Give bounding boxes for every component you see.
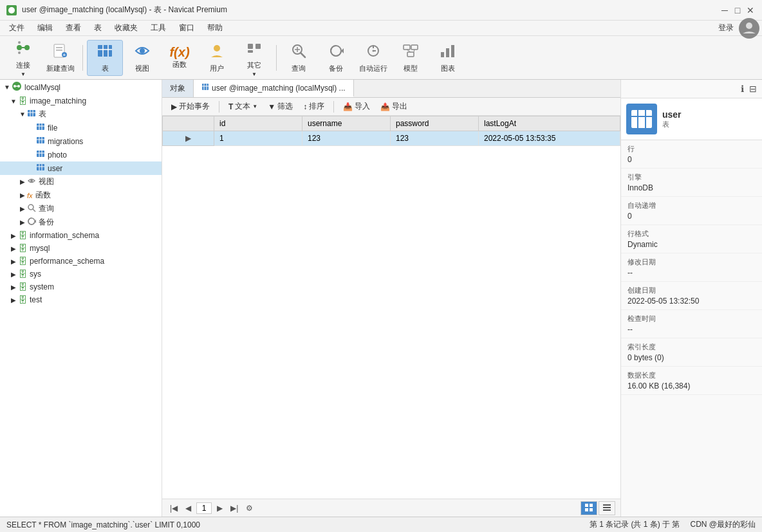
minimize-button[interactable]: ─ <box>720 5 730 15</box>
toolbar-autorun-button[interactable]: 自动运行 <box>355 40 391 76</box>
sidebar-item-views[interactable]: ▶ 视图 <box>0 175 162 188</box>
maximize-button[interactable]: □ <box>732 5 743 15</box>
mysql-label: mysql <box>30 244 50 253</box>
view-toggle <box>581 501 615 515</box>
rp-modified-value: -- <box>627 268 756 277</box>
nav-settings-button[interactable]: ⚙ <box>243 503 256 513</box>
chart-label: 图表 <box>441 64 455 73</box>
svg-rect-51 <box>37 137 44 143</box>
toolbar-right: 登录 <box>718 18 759 39</box>
menu-file[interactable]: 文件 <box>3 21 31 35</box>
toolbar-sep1 <box>82 45 83 71</box>
sidebar-item-migrations[interactable]: ▶ migrations <box>0 134 162 148</box>
toolbar-view-button[interactable]: 视图 <box>124 40 160 76</box>
sidebar-item-sys[interactable]: ▶ 🗄 sys <box>0 268 162 280</box>
col-password-header[interactable]: password <box>391 116 479 131</box>
close-button[interactable]: ✕ <box>745 5 756 15</box>
menu-edit[interactable]: 编辑 <box>31 21 59 35</box>
cell-lastlogat[interactable]: 2022-05-05 13:53:35 <box>479 131 620 146</box>
sidebar-item-tables[interactable]: ▼ 表 <box>0 107 162 121</box>
sidebar-item-file[interactable]: ▶ file <box>0 121 162 134</box>
svg-point-30 <box>373 50 375 52</box>
cell-username[interactable]: 123 <box>302 131 391 146</box>
toolbar-newquery-button[interactable]: + 新建查询 <box>42 40 79 76</box>
rp-checktime-label: 检查时间 <box>627 314 756 324</box>
toolbar-connect-button[interactable]: 连接 ▼ <box>5 40 41 76</box>
menu-favorites[interactable]: 收藏夹 <box>108 21 144 35</box>
sidebar-item-queries[interactable]: ▶ 查询 <box>0 202 162 216</box>
rp-prop-checktime: 检查时间 -- <box>621 310 762 338</box>
tab-objects[interactable]: 对象 <box>162 80 194 97</box>
svg-point-3 <box>24 45 30 50</box>
rp-collapse-button[interactable]: ⊟ <box>747 82 759 95</box>
menu-window[interactable]: 窗口 <box>172 21 201 35</box>
sidebar-item-system[interactable]: ▶ 🗄 system <box>0 280 162 293</box>
queries-icon <box>27 203 36 214</box>
expand-placeholder: ▶ <box>9 258 18 265</box>
import-label: 导入 <box>355 101 370 112</box>
menu-tools[interactable]: 工具 <box>144 21 172 35</box>
menu-view[interactable]: 查看 <box>59 21 88 35</box>
user-label: 用户 <box>210 64 224 73</box>
right-panel-info: user 表 <box>662 109 682 129</box>
page-number[interactable]: 1 <box>196 502 212 514</box>
window-controls[interactable]: ─ □ ✕ <box>720 5 756 15</box>
sidebar-item-backups[interactable]: ▶ 备份 <box>0 216 162 229</box>
cell-id[interactable]: 1 <box>214 131 302 146</box>
export-button[interactable]: 📤 导出 <box>376 100 411 113</box>
toolbar-chart-button[interactable]: 图表 <box>430 40 466 76</box>
col-lastlogat-header[interactable]: lastLogAt <box>479 116 620 131</box>
toolbar-user-button[interactable]: 用户 <box>199 40 235 76</box>
sidebar-item-performance-schema[interactable]: ▶ 🗄 performance_schema <box>0 255 162 268</box>
sidebar-item-user[interactable]: ▶ user <box>0 161 162 175</box>
toolbar-function-button[interactable]: f(x) 函数 <box>162 40 198 76</box>
nav-last-button[interactable]: ▶| <box>228 503 241 513</box>
toolbar-model-button[interactable]: 模型 <box>393 40 429 76</box>
begin-transaction-button[interactable]: ▶ 开始事务 <box>167 100 214 113</box>
form-view-button[interactable] <box>599 501 615 515</box>
login-button[interactable]: 登录 <box>718 23 734 33</box>
connect-icon <box>14 39 32 59</box>
sidebar-item-mysql[interactable]: ▶ 🗄 mysql <box>0 242 162 255</box>
cell-password[interactable]: 123 <box>391 131 479 146</box>
rp-created-value: 2022-05-05 13:32:50 <box>627 297 756 306</box>
nav-first-button[interactable]: |◀ <box>167 503 180 513</box>
tab-user-table[interactable]: user @image_matching (localMysql) ... <box>194 80 354 97</box>
rp-info-button[interactable]: ℹ <box>738 82 747 95</box>
toolbar-query-button[interactable]: 查询 <box>281 40 317 76</box>
text-button[interactable]: T 文本 ▼ <box>225 100 261 113</box>
svg-point-17 <box>214 45 220 51</box>
col-username-header[interactable]: username <box>302 116 391 131</box>
svg-rect-72 <box>585 504 588 507</box>
toolbar-backup-button[interactable]: 备份 <box>318 40 354 76</box>
sidebar-item-localmysql[interactable]: ▼ localMysql <box>0 80 162 95</box>
svg-rect-18 <box>248 44 253 49</box>
sidebar-item-photo[interactable]: ▶ photo <box>0 148 162 161</box>
nav-next-button[interactable]: ▶ <box>214 503 225 513</box>
col-id-header[interactable]: id <box>214 116 302 131</box>
sidebar-item-information-schema[interactable]: ▶ 🗄 information_schema <box>0 229 162 242</box>
rp-rows-value: 0 <box>627 155 756 164</box>
toolbar-other-button[interactable]: 其它 ▼ <box>236 40 272 76</box>
menu-table[interactable]: 表 <box>88 21 108 35</box>
view-label: 视图 <box>135 64 149 73</box>
filter-button[interactable]: ▼ 筛选 <box>264 100 297 113</box>
toolbar-table-button[interactable]: 表 <box>87 40 123 76</box>
table-photo-icon <box>36 149 45 160</box>
expand-arrow: ▼ <box>9 98 18 105</box>
sidebar-item-functions[interactable]: ▶ fx 函数 <box>0 188 162 202</box>
nav-prev-button[interactable]: ◀ <box>183 503 194 513</box>
table-row[interactable]: ▶ 1 123 123 2022-05-05 13:53:35 <box>163 131 620 146</box>
sidebar-item-test[interactable]: ▶ 🗄 test <box>0 293 162 306</box>
import-button[interactable]: 📥 导入 <box>339 100 374 113</box>
sort-button[interactable]: ↕ 排序 <box>299 100 328 113</box>
main-toolbar: 连接 ▼ + 新建查询 表 <box>0 36 762 80</box>
expand-arrow: ▶ <box>18 205 27 212</box>
grid-view-button[interactable] <box>581 501 597 515</box>
svg-point-0 <box>8 7 15 14</box>
sidebar-item-image-matching[interactable]: ▼ 🗄 image_matching <box>0 95 162 107</box>
rp-table-type: 表 <box>662 120 682 129</box>
menu-help[interactable]: 帮助 <box>201 21 229 35</box>
rp-engine-label: 引擎 <box>627 172 756 182</box>
svg-rect-76 <box>603 504 611 506</box>
